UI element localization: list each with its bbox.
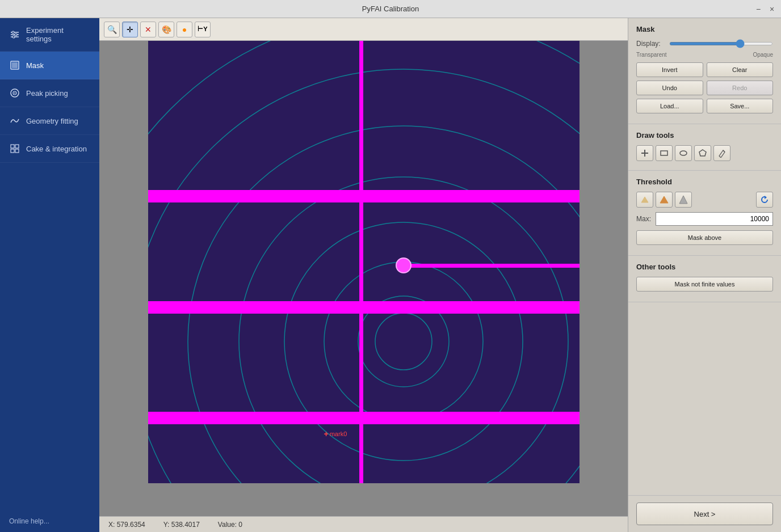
- next-button-container: Next >: [628, 495, 781, 532]
- redo-button[interactable]: Redo: [707, 81, 774, 95]
- max-label: Max:: [636, 215, 651, 223]
- detector-image[interactable]: + mark0: [148, 41, 580, 483]
- invert-button[interactable]: Invert: [636, 62, 703, 77]
- draw-cross-button[interactable]: [636, 145, 653, 161]
- peak-picking-icon: [9, 87, 20, 99]
- svg-rect-24: [148, 301, 580, 314]
- threshold-low-button[interactable]: [636, 192, 653, 208]
- axis-tool-button[interactable]: ⊢Y: [195, 22, 211, 37]
- toolbar: 🔍 ✛ ✕ 🎨 ● ⊢Y: [99, 18, 628, 41]
- mask-not-finite-row: Mask not finite values: [636, 277, 773, 292]
- sidebar-item-mask[interactable]: Mask: [0, 52, 99, 79]
- transparent-label: Transparent: [636, 52, 667, 58]
- draw-tools-section: Draw tools: [628, 124, 781, 171]
- svg-point-5: [12, 36, 15, 38]
- sidebar-item-label-geometry-fitting: Geometry fitting: [26, 117, 78, 125]
- svg-marker-33: [699, 150, 706, 156]
- pan-tool-button[interactable]: ✛: [122, 22, 138, 37]
- sidebar: Experiment settings Mask Peak picking: [0, 18, 99, 532]
- rect-draw-icon: [660, 149, 669, 158]
- diffraction-rings: [148, 41, 580, 483]
- invert-clear-row: Invert Clear: [636, 62, 773, 77]
- slider-labels: Transparent Opaque: [636, 52, 773, 58]
- svg-marker-37: [679, 196, 687, 204]
- other-tools-title: Other tools: [636, 263, 773, 271]
- threshold-title: Threshold: [636, 178, 773, 186]
- mask-icon: [9, 60, 20, 71]
- geometry-fitting-icon: [9, 115, 20, 126]
- display-slider-container: [669, 39, 773, 48]
- pixel-value: Value: 0: [218, 521, 242, 529]
- right-panel: Mask Display: Transparent Opaque Invert …: [628, 18, 781, 532]
- svg-marker-36: [660, 196, 668, 203]
- svg-rect-13: [11, 149, 14, 153]
- window-title: PyFAI Calibration: [362, 5, 419, 13]
- polygon-draw-icon: [698, 149, 707, 158]
- max-row: Max:: [636, 212, 773, 226]
- canvas-area[interactable]: + mark0: [99, 41, 628, 516]
- online-help-link[interactable]: Online help...: [0, 510, 99, 532]
- experiment-settings-icon: [9, 29, 20, 40]
- clear-button[interactable]: Clear: [707, 62, 774, 77]
- center-area: 🔍 ✛ ✕ 🎨 ● ⊢Y: [99, 18, 628, 532]
- zoom-tool-button[interactable]: 🔍: [104, 22, 120, 37]
- svg-point-16: [324, 262, 483, 421]
- draw-polygon-button[interactable]: [694, 145, 711, 161]
- mask-above-row: Mask above: [636, 230, 773, 245]
- threshold-icons-row: [636, 192, 773, 208]
- draw-tools-row: [636, 145, 773, 161]
- svg-point-21: [148, 41, 580, 483]
- reset-tool-button[interactable]: ✕: [140, 22, 156, 37]
- draw-rect-button[interactable]: [656, 145, 673, 161]
- svg-point-22: [375, 313, 432, 370]
- mark-cross-icon: +: [324, 429, 329, 438]
- sidebar-item-peak-picking[interactable]: Peak picking: [0, 79, 99, 107]
- svg-marker-35: [641, 197, 648, 202]
- draw-ellipse-button[interactable]: [675, 145, 692, 161]
- svg-point-4: [15, 33, 17, 36]
- svg-marker-38: [765, 196, 767, 199]
- sidebar-item-cake-integration[interactable]: Cake & integration: [0, 135, 99, 163]
- display-row: Display:: [636, 39, 773, 48]
- cake-integration-icon: [9, 143, 20, 154]
- load-button[interactable]: Load...: [636, 99, 703, 113]
- thresh-low-icon: [640, 195, 649, 204]
- svg-point-20: [148, 69, 580, 483]
- refresh-icon: [760, 195, 769, 204]
- draw-pencil-button[interactable]: [713, 145, 730, 161]
- y-coordinate: Y: 538.4017: [163, 521, 200, 529]
- svg-point-18: [239, 177, 568, 483]
- save-button[interactable]: Save...: [707, 99, 774, 113]
- sidebar-item-geometry-fitting[interactable]: Geometry fitting: [0, 107, 99, 135]
- display-label: Display:: [636, 40, 665, 48]
- ellipse-draw-icon: [679, 149, 688, 158]
- brightness-tool-button[interactable]: ●: [177, 22, 192, 37]
- y-value: 538.4017: [171, 521, 200, 529]
- threshold-section: Threshold: [628, 171, 781, 256]
- threshold-mid-button[interactable]: [656, 192, 673, 208]
- svg-rect-14: [15, 149, 19, 153]
- next-button[interactable]: Next >: [636, 503, 773, 525]
- undo-button[interactable]: Undo: [636, 81, 703, 95]
- svg-line-34: [723, 150, 725, 152]
- cross-draw-icon: [640, 149, 649, 158]
- close-button[interactable]: ×: [767, 5, 776, 14]
- sidebar-item-label-mask: Mask: [26, 61, 44, 70]
- threshold-refresh-button[interactable]: [756, 192, 773, 208]
- colormap-tool-button[interactable]: 🎨: [158, 22, 174, 37]
- mask-above-button[interactable]: Mask above: [636, 230, 773, 245]
- display-slider[interactable]: [669, 42, 773, 45]
- svg-point-15: [358, 296, 449, 387]
- x-coordinate: X: 579.6354: [108, 521, 145, 529]
- sidebar-item-label-peak-picking: Peak picking: [26, 89, 68, 98]
- svg-rect-27: [404, 264, 580, 268]
- max-input[interactable]: [656, 212, 773, 226]
- minimize-button[interactable]: −: [754, 5, 763, 14]
- mask-not-finite-button[interactable]: Mask not finite values: [636, 277, 773, 292]
- threshold-high-button[interactable]: [675, 192, 692, 208]
- svg-point-28: [396, 258, 411, 273]
- sidebar-item-experiment-settings[interactable]: Experiment settings: [0, 18, 99, 52]
- thresh-mid-icon: [660, 195, 669, 204]
- mask-section: Mask Display: Transparent Opaque Invert …: [628, 18, 781, 124]
- status-bar: X: 579.6354 Y: 538.4017 Value: 0: [99, 516, 628, 532]
